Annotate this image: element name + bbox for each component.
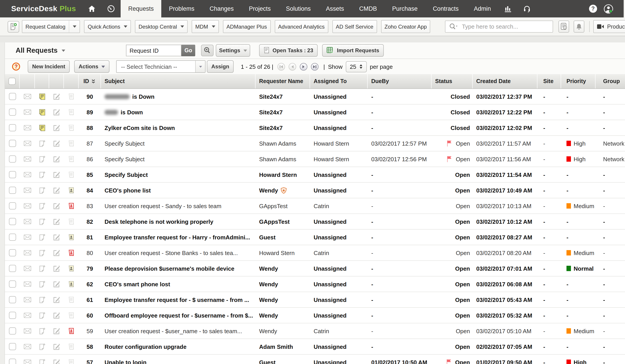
subject-cell[interactable]: User creation request - Sandy - to sales… — [101, 198, 255, 213]
mail-icon[interactable] — [24, 328, 31, 334]
table-row[interactable]: 86Specify SubjectShawn AdamsHoward Stern… — [5, 152, 625, 167]
table-row[interactable]: 80User creation request - Stone Banks - … — [5, 245, 625, 261]
edit-icon[interactable] — [53, 312, 60, 319]
table-row[interactable]: 87Specify SubjectShawn AdamsHoward Stern… — [5, 136, 625, 152]
add-page-icon[interactable] — [39, 265, 45, 272]
column-header-site[interactable]: Site — [537, 74, 561, 89]
go-button[interactable]: Go — [181, 45, 195, 56]
edit-icon[interactable] — [53, 296, 60, 303]
help-button[interactable]: ? — [589, 4, 597, 13]
table-row[interactable]: 90is DownSite24x7Unassigned-Closed03/02/… — [5, 89, 625, 104]
dashboard-button[interactable] — [101, 0, 121, 17]
column-header-created[interactable]: Created Date — [473, 74, 537, 89]
row-checkbox[interactable] — [9, 265, 16, 272]
advanced-search-button[interactable] — [201, 45, 214, 56]
mdm-dropdown[interactable]: MDM — [192, 20, 219, 33]
table-row[interactable]: 81Employee transfer request for - Harry … — [5, 230, 625, 245]
receipt-user-yellow-icon[interactable] — [68, 281, 74, 287]
tab-problems[interactable]: Problems — [161, 0, 202, 17]
tab-cmdb[interactable]: CMDB — [352, 0, 385, 17]
receipt-icon[interactable] — [68, 124, 74, 131]
edit-icon[interactable] — [53, 265, 60, 272]
table-row[interactable]: 89is DownSite24x7Unassigned-Closed03/02/… — [5, 104, 625, 120]
subject-cell[interactable]: Offboard employee request for - $usernam… — [101, 308, 255, 323]
subject-cell[interactable]: Please deprovision $username's mobile de… — [101, 261, 255, 276]
receipt-user-yellow-icon[interactable] — [68, 234, 74, 241]
tab-solutions[interactable]: Solutions — [278, 0, 318, 17]
mail-icon[interactable] — [24, 360, 31, 364]
help-icon[interactable]: ? — [12, 62, 20, 71]
subject-cell[interactable]: CEO's phone list — [101, 183, 255, 198]
subject-cell[interactable]: Zylker eCom site is Down — [101, 120, 255, 135]
add-page-icon[interactable] — [39, 327, 45, 334]
subject-cell[interactable]: CEO's smart phone lost — [101, 276, 255, 292]
column-header-id[interactable]: ID — [79, 74, 101, 89]
column-header-status[interactable]: Status — [432, 74, 473, 89]
prev-page-button[interactable] — [289, 63, 296, 70]
view-selector[interactable]: All Requests — [16, 46, 65, 55]
subject-cell[interactable]: Specify Subject — [101, 152, 255, 167]
sticky-note-icon[interactable] — [39, 109, 45, 116]
select-all-checkbox[interactable] — [5, 74, 20, 89]
add-page-icon[interactable] — [39, 280, 45, 288]
row-checkbox[interactable] — [9, 296, 16, 303]
new-request-icon-button[interactable] — [8, 21, 19, 32]
mail-icon[interactable] — [24, 219, 31, 224]
receipt-icon[interactable] — [68, 109, 74, 116]
row-checkbox[interactable] — [9, 343, 16, 350]
add-page-icon[interactable] — [39, 234, 45, 241]
reports-button[interactable] — [499, 0, 517, 17]
table-row[interactable]: 57Unable to loginGuestUnassigned01/02/20… — [5, 355, 625, 364]
new-incident-button[interactable]: New Incident — [28, 60, 70, 73]
row-checkbox[interactable] — [9, 124, 16, 131]
row-checkbox[interactable] — [9, 218, 16, 225]
subject-cell[interactable]: Specify Subject — [101, 167, 255, 182]
receipt-icon[interactable] — [68, 343, 74, 350]
add-page-icon[interactable] — [39, 343, 45, 350]
row-checkbox[interactable] — [9, 280, 16, 288]
edit-icon[interactable] — [53, 234, 60, 241]
row-checkbox[interactable] — [9, 155, 16, 163]
table-row[interactable]: 60Offboard employee request for - $usern… — [5, 308, 625, 323]
add-page-icon[interactable] — [39, 359, 45, 364]
row-checkbox[interactable] — [9, 109, 16, 116]
recent-items-button[interactable] — [559, 21, 569, 32]
request-id-input[interactable]: Request ID — [126, 45, 181, 56]
sticky-note-icon[interactable] — [39, 124, 45, 131]
page-size-spinner[interactable]: 25 — [345, 61, 367, 72]
add-page-icon[interactable] — [39, 218, 45, 225]
edit-icon[interactable] — [53, 93, 60, 100]
receipt-icon[interactable] — [68, 359, 74, 364]
edit-icon[interactable] — [53, 218, 60, 225]
mail-icon[interactable] — [24, 297, 31, 302]
product-overview-button[interactable]: Product O — [593, 20, 625, 33]
open-tasks-button[interactable]: Open Tasks : 23 — [259, 44, 318, 57]
receipt-user-yellow-icon[interactable] — [68, 187, 74, 194]
row-checkbox[interactable] — [9, 187, 16, 194]
edit-icon[interactable] — [53, 249, 60, 256]
edit-icon[interactable] — [53, 156, 60, 162]
mail-icon[interactable] — [24, 235, 31, 240]
receipt-icon[interactable] — [68, 156, 74, 162]
edit-icon[interactable] — [53, 140, 60, 147]
technician-select[interactable]: -- Select Technician -- — [116, 60, 206, 73]
receipt-user-red-icon[interactable] — [68, 328, 74, 334]
row-checkbox[interactable] — [9, 327, 16, 334]
request-catalog-dropdown[interactable]: Request Catalog — [22, 20, 80, 33]
add-page-icon[interactable] — [39, 155, 45, 163]
mail-icon[interactable] — [24, 203, 31, 209]
table-row[interactable]: 61Employee transfer request for - $ user… — [5, 292, 625, 308]
mail-icon[interactable] — [24, 188, 31, 193]
edit-icon[interactable] — [53, 109, 60, 116]
receipt-icon[interactable] — [68, 93, 74, 100]
subject-cell[interactable]: is Down — [101, 89, 255, 104]
tab-admin[interactable]: Admin — [466, 0, 499, 17]
add-page-icon[interactable] — [39, 140, 45, 147]
support-button[interactable] — [517, 0, 536, 17]
settings-dropdown[interactable]: Settings — [216, 44, 250, 57]
assign-button[interactable]: Assign — [207, 60, 234, 73]
receipt-user-red-icon[interactable] — [68, 203, 74, 209]
subject-cell[interactable]: is Down — [101, 104, 255, 120]
admanager-plus-button[interactable]: ADManager Plus — [223, 20, 271, 33]
column-header-priority[interactable]: Priority — [561, 74, 595, 89]
